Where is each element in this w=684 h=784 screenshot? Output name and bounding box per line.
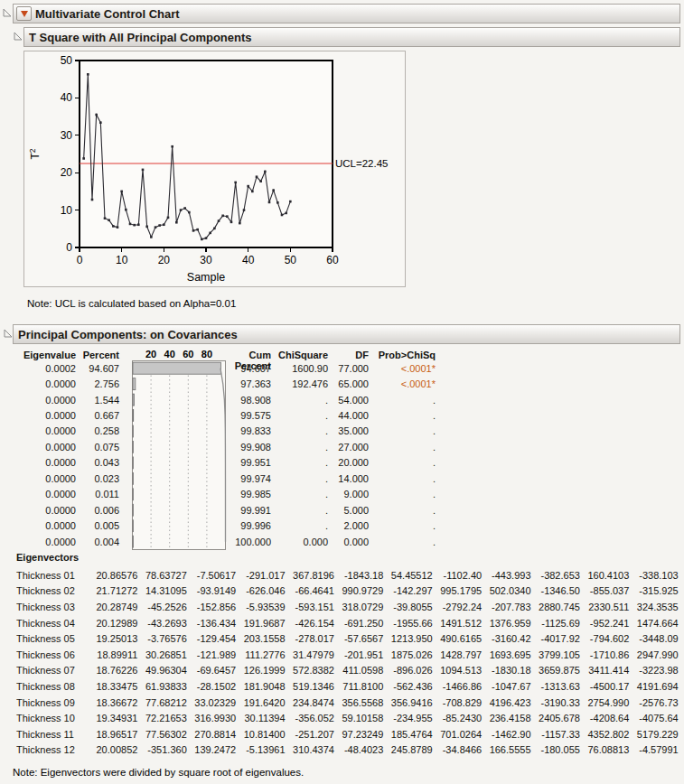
eigenvector-value: -251.207 [286,729,334,740]
cum-percent-cell: 100.000 [228,537,271,547]
eigenvector-value: -691.250 [334,618,383,629]
eigenvector-value: 21.71272 [89,585,137,596]
eigenvector-row: Thickness 09 18.36672 77.68212 33.02329 … [16,695,679,711]
red-triangle-icon [21,11,28,17]
percent-cell: 0.667 [76,410,119,421]
eigenvector-value: -69.6457 [187,665,236,676]
svg-text:60: 60 [326,254,339,266]
eigenvalue-cell: 0.0000 [0,425,76,436]
svg-text:20: 20 [61,166,73,179]
eigenvector-value: 72.21653 [137,713,186,723]
eigenvalue-cell: 0.0000 [0,505,76,516]
disclosure-triangle-icon[interactable] [3,8,12,17]
df-cell: 77.000 [328,363,369,374]
eigenvector-row: Thickness 02 21.71272 14.31095 -93.9149 … [16,583,679,600]
chisquare-cell: 192.476 [271,378,328,389]
eigenvector-value: 18.89911 [89,649,137,660]
eigenvalue-cell: 0.0000 [0,537,76,547]
eigenvector-value: 20.12989 [89,618,137,629]
eigenvector-value: 20.00852 [89,744,137,755]
eigenvector-value: -5.13961 [236,744,285,755]
disclosure-triangle-icon[interactable] [14,32,23,41]
prob-chisq-cell: . [369,425,436,436]
eigenvector-value: 30.11394 [236,713,285,723]
jmp-report-window: Multivariate Control Chart T Square with… [0,0,684,784]
eigenvector-value: -201.951 [334,649,383,660]
eigenvector-value: -5.93539 [236,602,285,612]
eigenvector-value: -351.360 [137,744,186,755]
eigenvector-row-label: Thickness 11 [16,729,89,740]
eigenvector-value: -3.76576 [137,633,186,644]
eigenvector-value: 711.8100 [334,681,383,692]
chisquare-cell: . [271,395,328,406]
prob-chisq-cell: . [369,457,436,468]
df-cell: 27.000 [328,442,369,453]
chisquare-cell: . [271,520,328,531]
eigenvector-value: -315.925 [629,585,678,596]
eigenvector-value: -234.955 [383,713,432,723]
eigenvector-value: 97.23249 [334,729,383,740]
percent-cell: 0.011 [76,489,119,499]
eigenvector-value: 18.33475 [89,681,137,692]
eigenvectors-title: Eigenvectors [16,552,79,563]
eigenvector-row: Thickness 01 20.86576 78.63727 -7.50617 … [16,567,679,583]
eigenvector-value: 490.6165 [433,633,482,644]
cum-percent-cell: 94.607 [228,363,271,374]
eigenvector-value: -278.017 [286,633,334,644]
eigenvector-value: -1125.69 [531,618,580,629]
eigenvector-value: 49.96304 [137,665,186,676]
eigenvector-value: -142.297 [383,585,432,596]
scree-bar-chart: 20406080 [132,349,228,551]
eigenvector-value: 54.45512 [383,570,432,581]
eigenvector-value: -152.856 [187,602,236,612]
eigenvector-value: 4191.694 [629,681,678,692]
eigenvector-value: -593.151 [286,602,334,612]
eigenvector-value: -66.4641 [286,585,334,596]
svg-text:40: 40 [164,349,175,359]
eigenvalue-cell: 0.0000 [0,442,76,453]
eigenvector-value: -1710.86 [580,649,629,660]
eigenvector-value: -426.154 [286,618,334,629]
eigenvector-value: -1047.67 [482,681,530,692]
eigenvector-value: -1313.63 [531,681,580,692]
df-cell: 0.000 [328,537,369,547]
eigenvector-value: 4196.423 [482,697,530,708]
chisquare-cell: . [271,473,328,484]
t2-control-chart[interactable]: 010203040500102030405060UCL=22.45SampleT… [24,51,405,286]
eigenvector-value: -896.026 [383,665,432,676]
eigenvector-row: Thickness 11 18.96517 77.56302 270.8814 … [16,726,679,742]
eigenvector-value: -382.653 [531,570,580,581]
eigenvector-value: 234.8474 [286,697,334,708]
df-cell: 14.000 [328,473,369,484]
red-triangle-menu-button[interactable] [16,6,32,21]
eigenvector-value: -356.052 [286,713,334,723]
prob-chisq-cell: . [369,410,436,421]
eigenvector-row: Thickness 05 19.25013 -3.76576 -129.454 … [16,630,679,647]
eigenvector-value: -57.6567 [334,633,383,644]
eigenvector-value: -291.017 [236,570,285,581]
percent-cell: 0.258 [76,425,119,436]
eigenvector-value: 76.08813 [580,744,629,755]
svg-text:20: 20 [158,254,171,266]
svg-text:50: 50 [285,254,297,266]
eigenvector-value: -855.037 [580,585,629,596]
eigenvector-value: 995.1795 [433,585,482,596]
eigenvector-value: 3411.414 [580,665,629,676]
t2-section-header-bar: T Square with All Principal Components [23,27,680,47]
percent-cell: 0.023 [76,473,119,484]
eigenvector-value: 324.3535 [629,602,678,612]
df-cell: 44.000 [328,410,369,421]
eigenvector-value: -136.434 [187,618,236,629]
chisquare-cell: . [271,425,328,436]
eigenvector-row-label: Thickness 08 [16,681,89,692]
eigenvector-row-label: Thickness 06 [16,649,89,660]
eigenvector-value: -1466.86 [433,681,482,692]
percent-cell: 0.004 [76,537,119,547]
eigenvector-value: -1843.18 [334,570,383,581]
eigenvector-value: -45.2526 [137,602,186,612]
eigenvectors-table: Thickness 01 20.86576 78.63727 -7.50617 … [16,567,679,758]
disclosure-triangle-icon[interactable] [4,329,13,338]
eigenvector-value: 111.2776 [236,649,285,660]
df-cell: 65.000 [328,378,369,389]
eigenvector-value: 519.1346 [286,681,334,692]
